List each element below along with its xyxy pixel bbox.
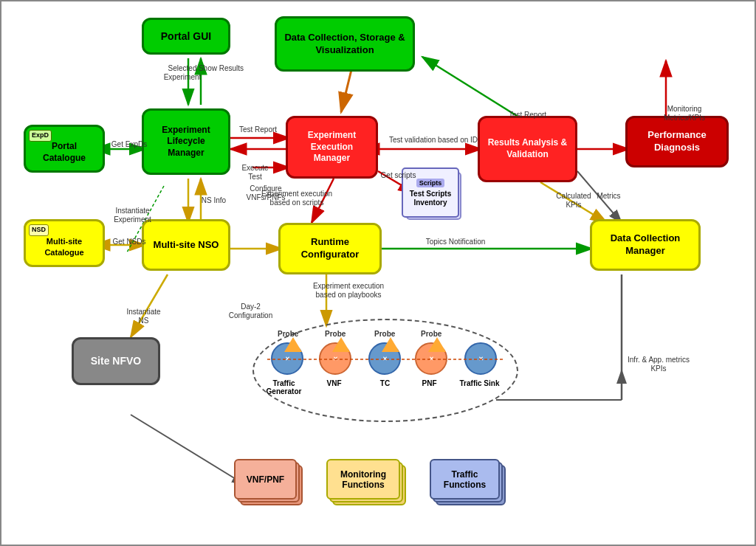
portal-catalogue-box: ExpD Portal Catalogue bbox=[24, 125, 105, 173]
execute-test-label: Execute Test bbox=[235, 164, 275, 182]
experiment-lifecycle-box: Experiment Lifecycle Manager bbox=[142, 108, 230, 175]
performance-diagnosis-box: Performance Diagnosis bbox=[625, 116, 729, 167]
get-scripts-label: Get scripts bbox=[378, 171, 419, 180]
multisite-nso-label: Multi-site NSO bbox=[154, 239, 219, 252]
portal-gui-label: Portal GUI bbox=[161, 30, 211, 43]
data-collection-storage-box: Data Collection, Storage & Visualization bbox=[275, 16, 415, 72]
experiment-execution-box: Experiment Execution Manager bbox=[286, 116, 378, 179]
svg-line-28 bbox=[131, 415, 245, 485]
vnf-pnf-label: VNF/PNF bbox=[247, 474, 284, 485]
ns-info-label: NS Info bbox=[197, 196, 230, 205]
instantiate-ns-label: Instantiate NS bbox=[123, 308, 164, 325]
traffic-generator-label: Traffic Generator bbox=[260, 379, 308, 395]
svg-line-32 bbox=[131, 274, 168, 337]
multisite-nso-box: Multi-site NSO bbox=[142, 219, 230, 271]
test-validation-label: Test validation based on ID bbox=[382, 136, 485, 145]
instantiate-experiment-label: Instantiate Experiment bbox=[109, 207, 157, 224]
multisite-catalogue-box: NSD Multi-site Catalogue bbox=[24, 219, 105, 267]
traffic-sink-node: ✕ bbox=[464, 342, 497, 375]
test-report-2-label: Test Report bbox=[504, 111, 551, 120]
infr-app-metrics-label: Infr. & App. metrics KPIs bbox=[625, 356, 692, 373]
expd-icon: ExpD bbox=[29, 130, 52, 142]
experiment-execution-label: Experiment Execution Manager bbox=[294, 130, 370, 165]
tc-label: TC bbox=[368, 379, 402, 387]
results-analysis-label: Results Analysis & Validation bbox=[486, 137, 569, 160]
runtime-configurator-box: Runtime Configurator bbox=[278, 223, 382, 274]
portal-gui-box: Portal GUI bbox=[142, 18, 230, 55]
test-report-1-label: Test Report bbox=[238, 125, 278, 134]
probe-triangle-2 bbox=[332, 337, 350, 352]
probe-triangle-1 bbox=[284, 337, 302, 352]
nsd-icon: NSD bbox=[29, 224, 49, 236]
experiment-exec-scripts-label: Experiment execution based on scripts bbox=[260, 190, 334, 207]
monitoring-metrics-label: Monitoring Metrics/KPIs bbox=[651, 105, 718, 122]
probe-triangle-4 bbox=[428, 337, 446, 352]
site-nfvo-box: Site NFVO bbox=[72, 337, 160, 385]
multisite-catalogue-label: Multi-site Catalogue bbox=[32, 236, 97, 258]
monitoring-functions-label: Monitoring Functions bbox=[331, 469, 396, 490]
probe-triangle-3 bbox=[382, 337, 399, 352]
scripts-icon: Scripts bbox=[416, 179, 445, 187]
site-nfvo-label: Site NFVO bbox=[91, 354, 141, 367]
traffic-functions-label: Traffic Functions bbox=[434, 469, 495, 490]
data-collection-manager-label: Data Collection Manager bbox=[598, 232, 693, 258]
experiment-exec-playbooks-label: Experiment execution based on playbooks bbox=[308, 282, 389, 300]
data-collection-storage-label: Data Collection, Storage & Visualization bbox=[283, 32, 407, 57]
portal-catalogue-label: Portal Catalogue bbox=[32, 141, 97, 164]
data-collection-manager-box: Data Collection Manager bbox=[590, 219, 701, 271]
experiment-lifecycle-label: Experiment Lifecycle Manager bbox=[150, 125, 222, 159]
pnf-label: PNF bbox=[413, 379, 446, 387]
diagram-container: Data Collection, Storage & Visualization… bbox=[0, 0, 756, 546]
test-scripts-label: Test Scripts Inventory bbox=[403, 190, 458, 207]
traffic-sink-label: Traffic Sink bbox=[459, 379, 500, 387]
show-results-label: Show Results bbox=[197, 64, 245, 73]
get-expds-label: Get ExpDs bbox=[111, 140, 148, 149]
results-analysis-box: Results Analysis & Validation bbox=[478, 116, 577, 182]
get-nsds-label: Get NSDs bbox=[111, 238, 148, 246]
performance-diagnosis-label: Performance Diagnosis bbox=[633, 129, 721, 154]
day2-config-label: Day-2 Configuration bbox=[223, 303, 278, 320]
runtime-configurator-label: Runtime Configurator bbox=[286, 236, 374, 261]
metrics-label: Metrics bbox=[592, 192, 625, 201]
topics-notification-label: Topics Notification bbox=[408, 238, 504, 246]
vnf-label: VNF bbox=[317, 379, 351, 387]
